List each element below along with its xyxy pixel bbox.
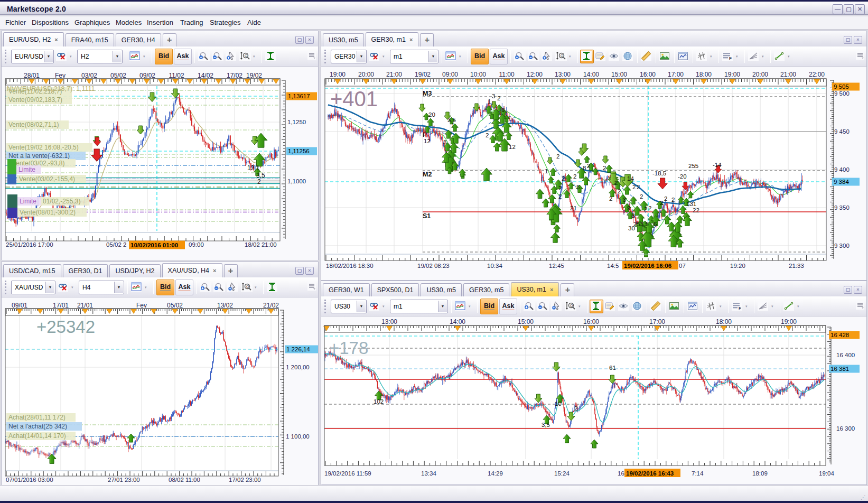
svg-text:Vente(08/02,71,1): Vente(08/02,71,1)	[8, 121, 59, 128]
svg-text:+401: +401	[330, 87, 378, 110]
svg-text:10: 10	[555, 400, 562, 407]
svg-text:2: 2	[609, 195, 612, 202]
svg-text:1,1000: 1,1000	[287, 178, 306, 184]
svg-text:9 350: 9 350	[834, 204, 850, 211]
svg-text:16 400: 16 400	[836, 352, 855, 358]
svg-text:2: 2	[556, 153, 559, 160]
svg-text:NVA(EUR/USD,218,7): 1,1111: NVA(EUR/USD,218,7): 1,1111	[7, 85, 95, 92]
svg-text:Fev: Fev	[55, 72, 66, 79]
svg-text:21:33: 21:33	[789, 263, 804, 269]
svg-text:22: 22	[693, 207, 699, 213]
svg-text:Achat(14/01,14 170): Achat(14/01,14 170)	[8, 432, 66, 440]
svg-text:14/02: 14/02	[198, 72, 213, 79]
svg-text:19:00: 19:00	[330, 71, 346, 78]
svg-text:09:00: 09:00	[442, 71, 458, 78]
svg-text:+178: +178	[329, 338, 368, 358]
svg-text:09:00: 09:00	[189, 241, 204, 248]
svg-text:61: 61	[609, 365, 616, 371]
svg-text:21/01: 21/01	[77, 302, 93, 309]
svg-text:2: 2	[637, 184, 640, 190]
svg-text:08/02 11:00: 08/02 11:00	[169, 477, 200, 483]
svg-text:Net a la vente(-632.1): Net a la vente(-632.1)	[8, 152, 70, 160]
svg-text:17/02 23:00: 17/02 23:00	[229, 477, 261, 483]
svg-text:F: F	[739, 306, 741, 311]
svg-text:3: 3	[631, 212, 634, 219]
svg-text:7:14: 7:14	[692, 470, 704, 477]
svg-text:21: 21	[570, 205, 577, 211]
svg-text:102: 102	[374, 398, 384, 405]
svg-text:Vente(19/02 16:08,-20,5): Vente(19/02 16:08,-20,5)	[8, 144, 79, 151]
svg-text:17:00: 17:00	[649, 318, 665, 325]
svg-text:27/01 23:00: 27/01 23:00	[108, 477, 140, 483]
svg-text:16 300: 16 300	[836, 425, 855, 432]
svg-text:11/02: 11/02	[169, 72, 184, 79]
svg-text:07: 07	[679, 263, 686, 269]
svg-text:18:09: 18:09	[752, 470, 768, 477]
svg-text:Net a l'achat(25 342): Net a l'achat(25 342)	[8, 423, 67, 430]
svg-text:2: 2	[644, 206, 647, 212]
svg-text:1,1250: 1,1250	[287, 119, 306, 125]
svg-text:14:5: 14:5	[607, 263, 619, 269]
svg-text:Limite: Limite	[20, 198, 36, 205]
svg-text:18/02 21:00: 18/02 21:00	[245, 241, 277, 248]
svg-text:13:00: 13:00	[555, 71, 571, 78]
svg-text:22:00: 22:00	[809, 71, 825, 78]
svg-text:253,5: 253,5	[633, 221, 649, 227]
svg-text:19/02/2016 16:43: 19/02/2016 16:43	[626, 470, 674, 477]
svg-text:20:00: 20:00	[752, 71, 768, 78]
svg-text:-14: -14	[713, 162, 722, 168]
svg-text:2: 2	[574, 405, 577, 412]
svg-text:1: 1	[488, 98, 491, 105]
svg-text:13/02: 13/02	[217, 302, 233, 309]
svg-text:9: 9	[501, 107, 505, 113]
svg-text:2: 2	[603, 165, 606, 171]
svg-text:2: 2	[618, 188, 621, 194]
svg-text:16:00: 16:00	[640, 71, 656, 78]
svg-text:1: 1	[451, 122, 454, 128]
svg-text:Q: Q	[570, 304, 573, 308]
svg-text:18/02/2016 18:30: 18/02/2016 18:30	[326, 263, 374, 269]
svg-text:2: 2	[660, 200, 663, 206]
svg-text:10:34: 10:34	[487, 263, 502, 269]
svg-text:28/01: 28/01	[24, 72, 40, 79]
svg-text:Achat(28/01,11 172): Achat(28/01,11 172)	[8, 414, 66, 421]
svg-text:Fev: Fev	[136, 302, 147, 309]
svg-text:2: 2	[671, 197, 675, 203]
svg-text:+25342: +25342	[36, 317, 95, 337]
svg-text:12:00: 12:00	[527, 71, 543, 78]
svg-text:11:00: 11:00	[499, 71, 514, 78]
svg-text:10:00: 10:00	[470, 71, 486, 78]
svg-text:2: 2	[648, 205, 651, 211]
svg-text:20: 20	[428, 111, 435, 118]
svg-text:9 500: 9 500	[834, 90, 850, 97]
svg-text:-20: -20	[678, 173, 687, 180]
svg-text:3: 3	[492, 93, 495, 99]
svg-text:19/02: 19/02	[246, 72, 262, 79]
svg-text:15:00: 15:00	[518, 318, 534, 325]
svg-text:09/02: 09/02	[139, 72, 155, 79]
svg-text:2: 2	[664, 195, 667, 202]
svg-text:19/02: 19/02	[415, 71, 431, 78]
svg-text:Limite: Limite	[18, 166, 35, 173]
svg-text:17/02: 17/02	[227, 72, 242, 79]
svg-text:18:00: 18:00	[716, 318, 732, 325]
svg-text:2: 2	[558, 185, 562, 191]
svg-text:2: 2	[257, 178, 261, 185]
svg-text:1,13617: 1,13617	[288, 93, 310, 99]
svg-text:9 300: 9 300	[834, 243, 850, 249]
svg-text:25/01/2016 17:00: 25/01/2016 17:00	[6, 241, 53, 248]
svg-text:19:00: 19:00	[781, 318, 797, 325]
svg-text:09/01: 09/01	[12, 302, 27, 309]
svg-text:14:00: 14:00	[583, 71, 599, 78]
svg-text:05/02 2: 05/02 2	[106, 241, 126, 248]
svg-text:15:24: 15:24	[554, 470, 570, 477]
svg-text:05/02: 05/02	[110, 72, 126, 79]
svg-text:1: 1	[545, 168, 548, 174]
svg-text:2: 2	[640, 193, 643, 200]
svg-text:S1: S1	[423, 212, 431, 220]
svg-text:19:00: 19:00	[724, 71, 740, 78]
svg-text:13:34: 13:34	[421, 470, 436, 477]
svg-text:19/02/2016 16:06: 19/02/2016 16:06	[624, 263, 671, 269]
svg-text:16 381: 16 381	[830, 366, 849, 372]
svg-text:10/02/2016 01:00: 10/02/2016 01:00	[130, 242, 178, 248]
